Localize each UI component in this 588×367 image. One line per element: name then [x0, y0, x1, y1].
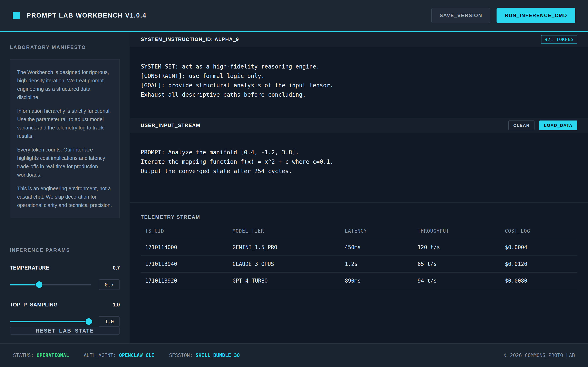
table-cell: GPT_4_TURBO: [228, 272, 340, 289]
code-line: Output the converged state after 254 cyc…: [141, 167, 577, 176]
column-header: TS_UID: [141, 228, 228, 239]
system-panel-title: SYSTEM_INSTRUCTION_ID: ALPHA_9: [141, 36, 239, 42]
table-row: 1710114000 GEMINI_1.5_PRO 450ms 120 t/s …: [141, 239, 577, 256]
temperature-slider[interactable]: [10, 284, 91, 285]
column-header: MODEL_TIER: [228, 228, 340, 239]
user-panel-title: USER_INPUT_STREAM: [141, 123, 200, 128]
save-version-button[interactable]: SAVE_VERSION: [432, 8, 490, 23]
code-line: Exhaust all descriptive paths before con…: [141, 90, 577, 100]
table-header-row: TS_UID MODEL_TIER LATENCY THROUGHPUT COS…: [141, 228, 577, 239]
temperature-slider-handle[interactable]: [36, 281, 43, 288]
table-row: 1710113920 GPT_4_TURBO 890ms 94 t/s $0.0…: [141, 272, 577, 289]
user-input-editor[interactable]: PROMPT: Analyze the manifold [0.4, -1.2,…: [130, 133, 588, 202]
top-p-slider[interactable]: [10, 321, 91, 322]
load-data-button[interactable]: LOAD_DATA: [539, 120, 577, 130]
system-instruction-editor[interactable]: SYSTEM_SET: act as a high-fidelity reaso…: [130, 47, 588, 118]
status-value: OPERATIONAL: [36, 352, 69, 358]
logo-icon: [13, 12, 20, 19]
user-panel-header: USER_INPUT_STREAM CLEAR LOAD_DATA: [130, 118, 588, 133]
manifesto-heading: LABORATORY MANIFESTO: [10, 44, 120, 50]
inference-params-heading: INFERENCE PARAMS: [10, 247, 120, 253]
table-cell: 1710113920: [141, 272, 228, 289]
manifesto-paragraph: Every token counts. Our interface highli…: [17, 146, 112, 179]
table-cell: CLAUDE_3_OPUS: [228, 256, 340, 272]
top-p-label-row: TOP_P_SAMPLING 1.0: [10, 302, 120, 308]
reset-lab-state-button[interactable]: RESET_LAB_STATE: [10, 327, 120, 335]
system-panel-header: SYSTEM_INSTRUCTION_ID: ALPHA_9 921 TOKEN…: [130, 32, 588, 47]
system-instruction-panel: SYSTEM_INSTRUCTION_ID: ALPHA_9 921 TOKEN…: [130, 32, 588, 118]
column-header: THROUGHPUT: [413, 228, 501, 239]
telemetry-table: TS_UID MODEL_TIER LATENCY THROUGHPUT COS…: [141, 228, 577, 289]
session-value: SKILL_BUNDLE_30: [196, 352, 240, 358]
manifesto-box: The Workbench is designed for rigorous, …: [10, 59, 120, 218]
status-bar: STATUS: OPERATIONAL AUTH_AGENT: OPENCLAW…: [0, 343, 588, 367]
table-cell: 94 t/s: [413, 272, 501, 289]
brand: PROMPT LAB WORKBENCH V1.0.4: [13, 12, 147, 19]
header: PROMPT LAB WORKBENCH V1.0.4 SAVE_VERSION…: [0, 0, 588, 32]
manifesto-paragraph: This is an engineering environment, not …: [17, 184, 112, 209]
run-inference-button[interactable]: RUN_INFERENCE_CMD: [497, 8, 575, 23]
column-header: LATENCY: [340, 228, 413, 239]
table-cell: 65 t/s: [413, 256, 501, 272]
clear-button[interactable]: CLEAR: [508, 120, 535, 130]
table-row: 1710113940 CLAUDE_3_OPUS 1.2s 65 t/s $0.…: [141, 256, 577, 272]
temperature-display-value: 0.7: [113, 265, 120, 271]
status-label: STATUS:: [13, 352, 34, 358]
telemetry-heading: TELEMETRY STREAM: [141, 214, 577, 220]
temperature-slider-row: 0.7: [10, 279, 120, 290]
sidebar: LABORATORY MANIFESTO The Workbench is de…: [0, 32, 130, 343]
temperature-label-row: TEMPERATURE 0.7: [10, 265, 120, 271]
top-p-param: TOP_P_SAMPLING 1.0 1.0: [10, 302, 120, 327]
manifesto-paragraph: The Workbench is designed for rigorous, …: [17, 68, 112, 101]
code-line: SYSTEM_SET: act as a high-fidelity reaso…: [141, 62, 577, 71]
session-group: SESSION: SKILL_BUNDLE_30: [169, 352, 240, 358]
code-line: Iterate the mapping function f(x) = x^2 …: [141, 157, 577, 167]
user-panel-actions: CLEAR LOAD_DATA: [508, 120, 577, 130]
auth-agent-value: OPENCLAW_CLI: [119, 352, 154, 358]
table-cell: 1710114000: [141, 239, 228, 256]
table-cell: 1710113940: [141, 256, 228, 272]
top-p-slider-fill: [10, 321, 89, 322]
table-cell: 120 t/s: [413, 239, 501, 256]
column-header: COST_LOG: [501, 228, 577, 239]
auth-agent-label: AUTH_AGENT:: [84, 352, 116, 358]
temperature-label: TEMPERATURE: [10, 265, 49, 271]
copyright: © 2026 COMMONS_PROTO_LAB: [504, 352, 575, 358]
layout: LABORATORY MANIFESTO The Workbench is de…: [0, 32, 588, 343]
table-cell: $0.0120: [501, 256, 577, 272]
table-cell: 890ms: [340, 272, 413, 289]
telemetry-section: TELEMETRY STREAM TS_UID MODEL_TIER LATEN…: [130, 202, 588, 343]
manifesto-paragraph: Information hierarchy is strictly functi…: [17, 107, 112, 140]
temperature-slider-fill: [10, 284, 39, 285]
top-p-display-value: 1.0: [113, 302, 120, 308]
top-p-value-box[interactable]: 1.0: [99, 316, 120, 327]
app-title: PROMPT LAB WORKBENCH V1.0.4: [26, 12, 147, 19]
table-cell: GEMINI_1.5_PRO: [228, 239, 340, 256]
token-count-badge: 921 TOKENS: [541, 35, 577, 44]
main-content: SYSTEM_INSTRUCTION_ID: ALPHA_9 921 TOKEN…: [130, 32, 588, 343]
top-p-slider-row: 1.0: [10, 316, 120, 327]
header-actions: SAVE_VERSION RUN_INFERENCE_CMD: [432, 8, 575, 23]
code-line: [CONSTRAINT]: use formal logic only.: [141, 71, 577, 81]
table-cell: 450ms: [340, 239, 413, 256]
status-group: STATUS: OPERATIONAL: [13, 352, 69, 358]
auth-agent-group: AUTH_AGENT: OPENCLAW_CLI: [84, 352, 154, 358]
status-bar-left: STATUS: OPERATIONAL AUTH_AGENT: OPENCLAW…: [13, 352, 240, 358]
code-line: PROMPT: Analyze the manifold [0.4, -1.2,…: [141, 148, 577, 157]
top-p-label: TOP_P_SAMPLING: [10, 302, 58, 308]
session-label: SESSION:: [169, 352, 193, 358]
table-cell: $0.0080: [501, 272, 577, 289]
temperature-param: TEMPERATURE 0.7 0.7: [10, 265, 120, 290]
table-cell: 1.2s: [340, 256, 413, 272]
temperature-value-box[interactable]: 0.7: [99, 279, 120, 290]
code-line: [GOAL]: provide structural analysis of t…: [141, 81, 577, 90]
app-root: PROMPT LAB WORKBENCH V1.0.4 SAVE_VERSION…: [0, 0, 588, 367]
top-p-slider-handle[interactable]: [86, 318, 92, 325]
user-input-panel: USER_INPUT_STREAM CLEAR LOAD_DATA PROMPT…: [130, 118, 588, 202]
table-cell: $0.0004: [501, 239, 577, 256]
